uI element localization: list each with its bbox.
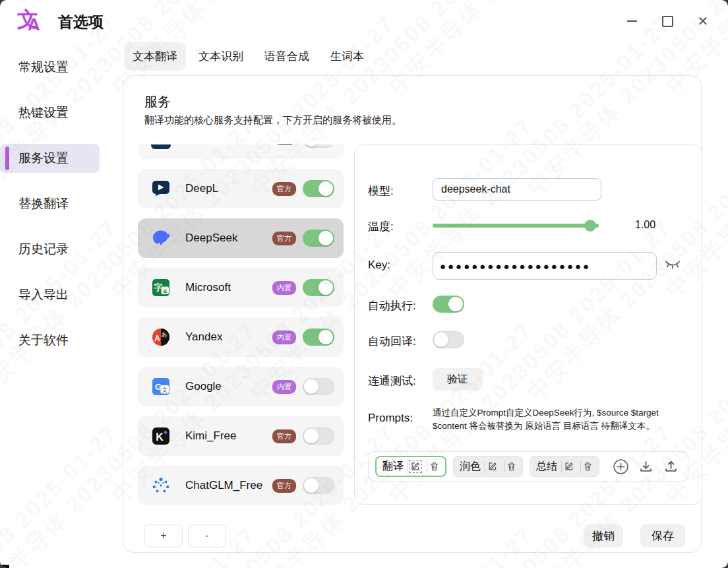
verify-button[interactable]: 验证 [433, 368, 483, 391]
svg-text:K: K [156, 431, 164, 443]
delete-prompt-icon[interactable] [504, 460, 518, 472]
service-badge: 内置 [272, 281, 296, 295]
deepseek-logo-icon [151, 228, 171, 248]
active-indicator-bar [5, 146, 9, 170]
service-enable-toggle[interactable] [303, 427, 334, 445]
sidebar-item-热键设置[interactable]: 热键设置 [0, 98, 123, 127]
sidebar-item-label: 服务设置 [18, 150, 69, 167]
prompt-chip-润色[interactable]: 润色 [453, 456, 523, 477]
edit-prompt-icon[interactable] [408, 460, 423, 472]
service-name: ChatGLM_Free [185, 479, 272, 492]
service-enable-toggle[interactable] [303, 279, 334, 296]
service-badge: 官方 [272, 182, 296, 196]
sidebar-item-历史记录[interactable]: 历史记录 [0, 235, 123, 264]
minimize-icon[interactable] [625, 15, 638, 28]
background-window-edge [0, 565, 9, 568]
service-badge: 官方 [272, 479, 296, 493]
temperature-slider[interactable] [433, 219, 599, 232]
watermark-text: 中安半导体 20230508 2025-01-27 [0, 418, 125, 568]
sidebar-item-label: 热键设置 [18, 104, 69, 121]
service-badge [274, 144, 296, 145]
sidebar-item-常规设置[interactable]: 常规设置 [0, 53, 123, 82]
sidebar-item-label: 导入导出 [18, 286, 69, 303]
kimi-logo-icon: K [151, 426, 171, 446]
sidebar: 常规设置热键设置服务设置替换翻译历史记录导入导出关于软件 [0, 53, 123, 371]
service-enable-toggle[interactable] [303, 477, 334, 494]
save-button[interactable]: 保存 [640, 524, 685, 548]
sidebar-item-服务设置[interactable]: 服务设置 [0, 144, 100, 173]
service-list: DeepL官方DeepSeek官方字aMicrosoft内置AあYandex内置… [138, 144, 344, 505]
sidebar-item-导入导出[interactable]: 导入导出 [0, 280, 123, 309]
service-row-Google[interactable]: G文Google内置 [138, 367, 344, 406]
service-enable-toggle[interactable] [303, 230, 334, 247]
connectivity-label: 连通测试: [368, 373, 416, 389]
service-row-Kimi_Free[interactable]: KKimi_Free官方 [138, 416, 344, 456]
slider-knob[interactable] [584, 220, 596, 232]
sidebar-item-替换翻译[interactable]: 替换翻译 [0, 189, 123, 218]
service-enable-toggle[interactable] [303, 180, 334, 197]
tab-文本识别[interactable]: 文本识别 [190, 42, 252, 71]
section-description: 翻译功能的核心服务支持配置，下方开启的服务将被使用。 [144, 114, 402, 127]
delete-prompt-icon[interactable] [580, 460, 595, 472]
service-name: DeepSeek [185, 232, 272, 245]
service-row-Microsoft[interactable]: 字aMicrosoft内置 [138, 268, 344, 307]
tab-生词本[interactable]: 生词本 [322, 42, 373, 71]
preferences-window: 文 A 首选项 ✕ 常规设置热键设置服务设置替换翻译历史记录导入导出关于软件 文… [0, 0, 728, 568]
edit-prompt-icon[interactable] [561, 460, 576, 472]
temperature-label: 温度: [368, 219, 394, 234]
sidebar-item-关于软件[interactable]: 关于软件 [0, 326, 123, 355]
service-row-DeepL[interactable]: DeepL官方 [138, 169, 344, 208]
add-service-button[interactable]: + [144, 524, 183, 548]
auto-execute-toggle[interactable] [433, 296, 464, 313]
api-key-input[interactable]: ●●●●●●●●●●●●●●●●●●● [433, 252, 657, 280]
service-enable-toggle[interactable] [303, 329, 334, 346]
tab-文本翻译[interactable]: 文本翻译 [124, 42, 186, 71]
yandex-logo-icon: Aあ [151, 327, 171, 347]
service-toggle[interactable] [303, 144, 334, 148]
service-badge: 内置 [272, 331, 296, 344]
service-row-Yandex[interactable]: AあYandex内置 [138, 317, 344, 357]
service-badge: 内置 [272, 380, 296, 394]
masked-key-value: ●●●●●●●●●●●●●●●●●●● [440, 261, 591, 272]
window-title: 首选项 [58, 12, 104, 32]
service-name: Microsoft [185, 281, 272, 294]
auto-back-translate-toggle[interactable] [433, 331, 464, 348]
edit-prompt-icon[interactable] [485, 460, 500, 472]
prompts-description: 通过自定义Prompt自定义DeepSeek行为, $source $targe… [433, 406, 686, 433]
export-prompts-icon[interactable] [661, 457, 680, 476]
service-detail-panel: 模型: 温度: 1.00 Key: ●●●●●●●●●●●●●●●●●●● 自动… [354, 144, 702, 505]
prompt-chip-label: 翻译 [382, 460, 404, 474]
close-icon[interactable]: ✕ [696, 15, 710, 28]
tab-bar: 文本翻译文本识别语音合成生词本 [124, 42, 373, 71]
service-row-ChatGLM_Free[interactable]: ChatGLM_Free官方 [138, 466, 344, 505]
prompt-chip-翻译[interactable]: 翻译 [375, 456, 446, 477]
maximize-icon[interactable] [661, 15, 674, 28]
service-name: Yandex [185, 331, 272, 344]
window-controls: ✕ [625, 15, 710, 28]
sidebar-item-label: 常规设置 [18, 59, 69, 76]
service-badge: 官方 [272, 429, 296, 443]
undo-button[interactable]: 撤销 [584, 524, 623, 548]
model-input[interactable] [433, 178, 601, 201]
titlebar: 文 A 首选项 ✕ [0, 0, 728, 44]
prompt-chip-label: 润色 [460, 460, 481, 474]
tab-语音合成[interactable]: 语音合成 [256, 42, 318, 71]
service-row-partial[interactable] [138, 144, 344, 159]
import-prompts-icon[interactable] [636, 457, 655, 476]
microsoft-logo-icon: 字a [151, 278, 171, 298]
service-row-DeepSeek[interactable]: DeepSeek官方 [138, 218, 344, 258]
eye-closed-icon[interactable] [665, 260, 681, 272]
sidebar-item-label: 关于软件 [18, 332, 69, 349]
add-prompt-icon[interactable] [611, 457, 630, 476]
prompt-chip-总结[interactable]: 总结 [530, 456, 599, 477]
service-badge: 官方 [272, 232, 296, 245]
app-logo-icon: 文 A [17, 7, 46, 36]
delete-prompt-icon[interactable] [427, 460, 441, 472]
google-logo-icon: G文 [151, 377, 171, 396]
service-name: Kimi_Free [185, 429, 272, 443]
service-enable-toggle[interactable] [303, 378, 334, 395]
remove-service-button[interactable]: - [188, 524, 226, 548]
model-label: 模型: [368, 183, 394, 199]
chatglm-logo-icon [151, 476, 171, 495]
prompt-chip-label: 总结 [536, 460, 557, 474]
